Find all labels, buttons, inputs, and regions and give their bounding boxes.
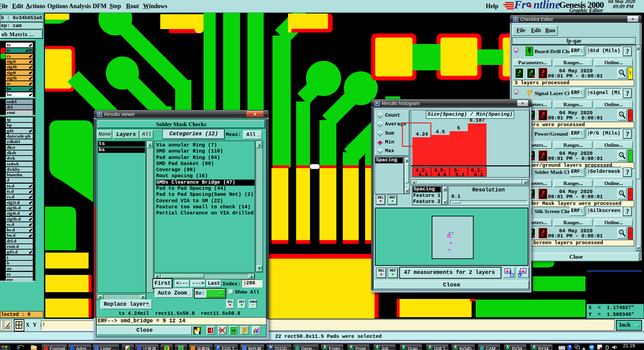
svg-text:6.2: 6.2 bbox=[474, 172, 483, 178]
svg-text:5: 5 bbox=[457, 125, 460, 131]
svg-text:4.3: 4.3 bbox=[419, 172, 428, 178]
svg-text:12: 12 bbox=[231, 329, 236, 333]
svg-text:6.187: 6.187 bbox=[470, 118, 485, 123]
svg-text:4.6: 4.6 bbox=[437, 172, 446, 178]
svg-text:4.5: 4.5 bbox=[436, 129, 445, 135]
svg-text:5.1: 5.1 bbox=[455, 172, 464, 178]
